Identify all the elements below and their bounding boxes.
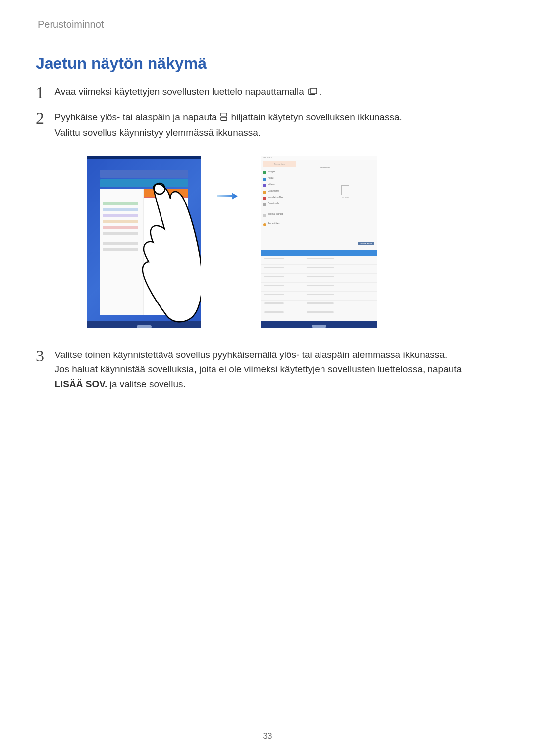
step-1: 1 Avaa viimeksi käytettyjen sovellusten … [36,84,499,101]
step-text: Valitse toinen käynnistettävä sovellus p… [54,348,490,391]
tab-recent: Recent files [263,161,296,167]
category-icon [263,178,266,181]
list-item [103,214,138,217]
list-item [261,292,377,301]
arrow-right-icon [217,193,238,200]
recent-app-card [100,170,188,178]
tabs-row: Recent files Recent files [263,161,375,170]
step-number: 2 [36,110,51,127]
step-text: Avaa viimeksi käytettyjen sovellusten lu… [54,84,321,100]
step-number: 3 [36,348,51,364]
page-header: Perustoiminnot [38,19,104,30]
list-item [261,309,377,318]
list-item: Installation files [263,196,313,202]
category-icon [263,191,266,194]
screenshot-left [87,156,201,328]
recent-apps-icon [308,85,318,99]
list-item: Recent files [263,222,313,228]
category-icon [263,203,266,206]
step-2: 2 Pyyhkäise ylös- tai alaspäin ja napaut… [36,110,499,140]
panel-header [261,250,377,256]
svg-rect-2 [221,113,227,116]
svg-rect-3 [221,117,227,120]
text-fragment: hiljattain käytetyn sovelluksen ikkunass… [231,112,402,122]
list-item: Videos [263,183,313,189]
nav-bar [261,321,377,328]
hand-gesture-icon [137,182,201,325]
lower-split-panel [261,250,377,321]
page-number: 33 [0,731,535,741]
text-fragment: Avaa viimeksi käytettyjen sovellusten lu… [54,86,307,97]
svg-rect-1 [311,88,317,94]
step-text: Pyyhkäise ylös- tai alaspäin ja napauta … [54,110,402,140]
page-rule [27,0,27,30]
list-item: Internal storage [263,213,313,218]
clock-icon [263,223,266,226]
category-icon [263,184,266,187]
nav-button [312,325,326,328]
step-3: 3 Valitse toinen käynnistettävä sovellus… [36,348,499,391]
more-apps-button: MORE APPS [358,242,374,245]
section-title: Jaetun näytön näkymä [36,54,207,73]
status-bar: MY FILES [261,156,377,160]
header-label: Recent files [320,166,330,169]
list-item [103,242,138,245]
list-item [261,274,377,283]
list-item [103,208,138,211]
text-fragment: Pyyhkäise ylös- tai alaspäin ja napauta [54,112,219,122]
list-item [261,283,377,292]
category-icon [263,171,266,174]
nav-button [137,325,152,328]
list-item [103,232,138,235]
list-item [103,248,138,251]
storage-icon [263,214,266,217]
list-item [261,265,377,274]
step-number: 1 [36,84,51,101]
screenshot-right: MY FILES Recent files Recent files Image… [261,156,377,328]
text-fragment: Jos haluat käynnistää sovelluksia, joita… [54,364,462,374]
text-fragment: ja valitse sovellus. [107,379,185,389]
files-category-list: Images Audio Videos Documents Installati… [263,170,313,250]
list-item: Documents [263,190,313,195]
ui-label-bold: LISÄÄ SOV. [54,379,107,389]
file-icon [341,185,349,195]
files-empty-state: No Files [316,170,375,225]
text-fragment: Valitse toinen käynnistettävä sovellus p… [54,350,447,360]
empty-label: No Files [316,196,375,199]
split-view-icon [220,110,227,125]
list-item: Audio [263,177,313,182]
list-item [261,301,377,309]
instruction-figure: MY FILES Recent files Recent files Image… [87,156,377,328]
list-item: Downloads [263,202,313,208]
category-icon [263,197,266,200]
text-fragment: . [319,86,321,97]
list-item [103,202,138,205]
text-fragment: Valittu sovellus käynnistyy ylemmässä ik… [54,127,261,138]
status-bar [87,156,201,159]
list-item: Images [263,170,313,176]
list-item [103,220,138,223]
list-item [103,226,138,229]
list-item [261,256,377,265]
